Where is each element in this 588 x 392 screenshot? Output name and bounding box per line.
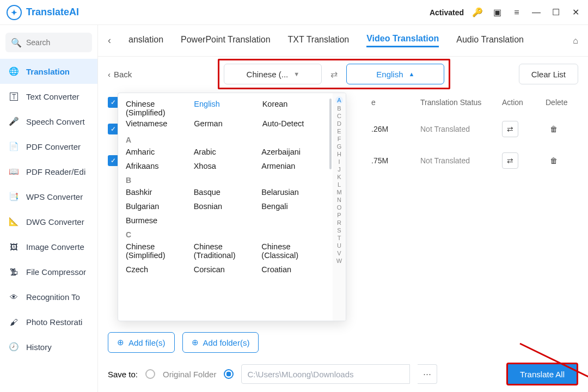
recognition-icon: 👁 — [8, 291, 20, 303]
minimize-icon[interactable]: — — [530, 7, 542, 19]
restore-icon: 🖌 — [8, 316, 20, 328]
lang-option[interactable]: Chinese (Simplified) — [126, 100, 188, 117]
speech-icon: 🎤 — [8, 115, 20, 127]
compress-icon: 🗜 — [8, 266, 20, 278]
maximize-icon[interactable]: ☐ — [550, 7, 562, 19]
menu-icon[interactable]: ≡ — [511, 7, 523, 19]
language-selector-group: Chinese (... ▼ ⇄ English ▲ — [218, 59, 450, 89]
col-size: e — [371, 98, 420, 107]
lang-option[interactable]: Burmese — [126, 216, 189, 225]
lang-option[interactable]: Amharic — [126, 148, 189, 156]
lang-option[interactable]: Bashkir — [126, 188, 189, 197]
sidebar-item-text-converter[interactable]: 🅃Text Converter — [0, 84, 97, 109]
sidebar-item-recognition[interactable]: 👁Recognition To — [0, 284, 97, 309]
sidebar-item-speech-convert[interactable]: 🎤Speech Convert — [0, 109, 97, 134]
row-delete-button[interactable]: 🗑 — [546, 152, 562, 169]
row-action-button[interactable]: ⇄ — [502, 152, 518, 169]
sidebar-item-pdf-converter[interactable]: 📄PDF Converter — [0, 134, 97, 159]
row-action-button[interactable]: ⇄ — [502, 121, 518, 137]
lang-option[interactable]: Arabic — [194, 148, 258, 156]
target-language-select[interactable]: English ▲ — [346, 64, 444, 84]
history-icon: 🕗 — [8, 341, 20, 353]
translate-all-button[interactable]: Translate All — [506, 363, 578, 385]
search-icon: 🔍 — [11, 38, 22, 48]
lang-option[interactable]: Bulgarian — [126, 202, 189, 211]
lang-option[interactable]: Auto-Detect — [262, 119, 325, 128]
lang-option[interactable]: Xhosa — [194, 162, 258, 170]
back-button[interactable]: ‹ Back — [108, 70, 132, 79]
home-icon[interactable]: ⌂ — [573, 36, 578, 46]
search-input[interactable]: 🔍 — [5, 33, 92, 52]
row-delete-button[interactable]: 🗑 — [546, 121, 562, 137]
plus-icon: ⊕ — [117, 338, 124, 347]
lang-option[interactable]: Chinese (Traditional) — [194, 242, 258, 260]
save-path-input[interactable]: C:\Users\MLoong\Downloads — [241, 364, 410, 384]
lang-option[interactable]: Croatian — [261, 265, 325, 274]
sidebar-item-pdf-reader[interactable]: 📖PDF Reader/Edi — [0, 159, 97, 184]
lang-option[interactable]: Vietnamese — [126, 119, 188, 128]
col-action: Action — [502, 98, 546, 107]
key-icon[interactable]: 🔑 — [471, 7, 483, 19]
lang-option[interactable]: Czech — [126, 265, 189, 274]
row-checkbox[interactable]: ✓ — [108, 124, 119, 134]
swap-icon: ⇄ — [507, 125, 513, 133]
lang-option[interactable]: Belarusian — [261, 188, 325, 197]
sidebar-item-photo-restoration[interactable]: 🖌Photo Restorati — [0, 309, 97, 334]
lang-option[interactable]: German — [194, 119, 256, 128]
sidebar-item-wps-converter[interactable]: 📑WPS Converter — [0, 184, 97, 209]
lang-option[interactable]: Basque — [194, 188, 258, 197]
pdf-reader-icon: 📖 — [8, 166, 20, 177]
tab-video[interactable]: Video Translation — [366, 34, 439, 47]
sidebar: 🔍 🌐Translation 🅃Text Converter 🎤Speech C… — [0, 25, 98, 392]
row-checkbox[interactable]: ✓ — [108, 155, 119, 166]
clear-list-button[interactable]: Clear List — [519, 64, 578, 84]
lang-option[interactable]: Bosnian — [194, 202, 258, 211]
lang-option[interactable]: Chinese (Classical) — [261, 242, 325, 260]
tab-audio[interactable]: Audio Translation — [456, 35, 524, 47]
lang-option[interactable]: Bengali — [261, 202, 325, 211]
alpha-index[interactable]: A B C D E F G H I J K L M N O P R S T U … — [333, 93, 346, 321]
swap-languages-icon[interactable]: ⇄ — [330, 69, 338, 79]
trash-icon: 🗑 — [550, 125, 558, 133]
app-logo-icon: ✦ — [7, 5, 22, 20]
sidebar-item-image-converter[interactable]: 🖼Image Converte — [0, 234, 97, 259]
sidebar-item-history[interactable]: 🕗History — [0, 334, 97, 359]
language-dropdown: Chinese (Simplified) English Korean Viet… — [118, 93, 346, 321]
dwg-icon: 📐 — [8, 216, 20, 228]
radio-original-label: Original Folder — [163, 370, 216, 379]
trash-icon: 🗑 — [550, 156, 558, 165]
close-icon[interactable]: ✕ — [569, 7, 581, 19]
sidebar-item-file-compressor[interactable]: 🗜File Compressor — [0, 259, 97, 284]
tab-powerpoint[interactable]: PowerPoint Translation — [181, 35, 271, 47]
radio-original-folder[interactable] — [145, 369, 155, 379]
lang-option[interactable]: Corsican — [194, 265, 258, 274]
source-language-select[interactable]: Chinese (... ▼ — [224, 64, 322, 84]
lang-option[interactable]: Armenian — [261, 162, 325, 170]
add-files-button[interactable]: ⊕Add file(s) — [108, 332, 175, 353]
save-to-label: Save to: — [108, 370, 138, 379]
lang-option[interactable]: English — [194, 100, 256, 117]
tabs-scroll-left-icon[interactable]: ‹ — [108, 35, 111, 46]
col-status: Translation Status — [420, 98, 502, 107]
lang-option[interactable]: Chinese (Simplified) — [126, 242, 189, 260]
text-icon: 🅃 — [8, 90, 20, 102]
swap-icon: ⇄ — [507, 156, 513, 165]
add-folders-button[interactable]: ⊕Add folder(s) — [182, 332, 259, 353]
radio-custom-path[interactable] — [224, 369, 234, 379]
chevron-down-icon: ▼ — [293, 71, 299, 77]
wps-icon: 📑 — [8, 191, 20, 203]
tab-txt[interactable]: TXT Translation — [288, 35, 350, 47]
dropdown-scrollbar[interactable] — [329, 99, 332, 169]
tab-partial[interactable]: anslation — [128, 35, 163, 47]
sidebar-item-translation[interactable]: 🌐Translation — [0, 59, 97, 84]
activated-label: Activated — [430, 8, 464, 17]
lang-option[interactable]: Korean — [262, 100, 325, 117]
alpha-section-a: A — [126, 136, 325, 144]
scan-icon[interactable]: ▣ — [491, 7, 503, 19]
lang-option[interactable]: Azerbaijani — [261, 148, 325, 156]
lang-option[interactable]: Afrikaans — [126, 162, 189, 170]
sidebar-item-dwg-converter[interactable]: 📐DWG Converter — [0, 209, 97, 234]
image-icon: 🖼 — [8, 241, 20, 253]
select-all-checkbox[interactable]: ✓ — [108, 97, 119, 108]
browse-path-button[interactable]: ⋯ — [418, 364, 437, 384]
